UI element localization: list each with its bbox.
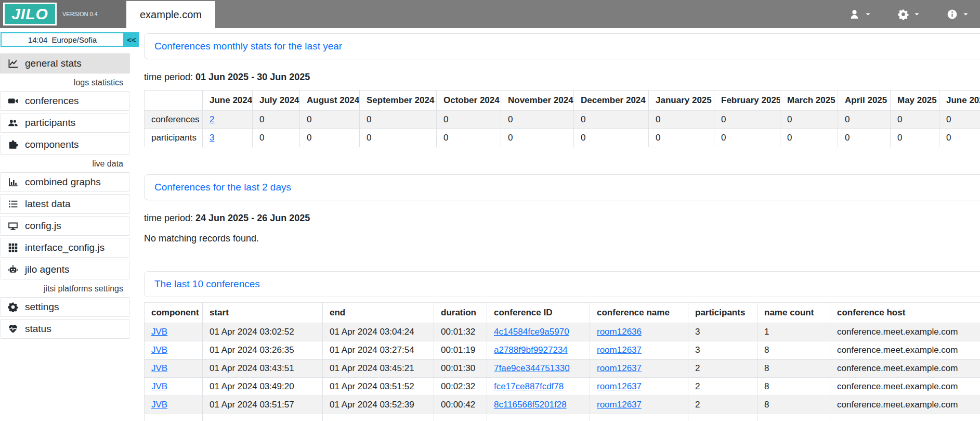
sidebar-item-label: conferences	[25, 95, 79, 107]
last10-cell: JVB	[145, 341, 203, 360]
monthly-cell: 0	[939, 111, 980, 129]
monthly-col-header: January 2025	[649, 91, 714, 111]
gear-menu[interactable]	[898, 9, 920, 20]
page-layout: 14:04 Europe/Sofia << general statslogs …	[0, 28, 980, 421]
monitor-icon	[8, 221, 18, 231]
component-link[interactable]: JVB	[151, 345, 167, 355]
conference-id-link[interactable]: a2788f9bf9927234	[494, 345, 568, 355]
platform-tab[interactable]: example.com	[126, 1, 215, 28]
last10-cell: 4c14584fce9a5970	[487, 323, 590, 341]
sidebar-collapse-button[interactable]: <<	[124, 32, 139, 47]
monthly-cell: 3	[203, 129, 253, 147]
grid-icon	[8, 243, 18, 253]
last10-title: The last 10 conferences	[154, 278, 260, 289]
brand-block: JILO VERSION 0.4	[0, 0, 126, 28]
monthly-stats-table: June 2024July 2024August 2024September 2…	[144, 90, 980, 147]
monthly-cell: 0	[300, 129, 360, 147]
heart-pulse-icon	[8, 324, 18, 334]
monthly-cell: 0	[574, 111, 649, 129]
monthly-cell: 0	[714, 129, 780, 147]
last10-cell: 01 Apr 2024 03:43:51	[203, 360, 323, 378]
last10-col-header-duration: duration	[434, 303, 487, 323]
jilo-logo[interactable]: JILO	[3, 3, 57, 25]
monthly-cell: 0	[437, 111, 501, 129]
clock-bar: 14:04 Europe/Sofia <<	[1, 32, 139, 47]
last10-cell: 8	[757, 378, 830, 396]
sidebar-item-interface-config-js[interactable]: interface_config.js	[1, 238, 129, 258]
user-menu[interactable]	[849, 9, 871, 20]
component-link[interactable]: JVB	[151, 400, 167, 410]
last10-cell: room12637	[590, 378, 688, 396]
conference-name-link[interactable]: room12637	[597, 400, 642, 410]
last10-row-clipped	[145, 414, 980, 421]
monthly-cell: 0	[649, 111, 714, 129]
sidebar-item-settings[interactable]: settings	[1, 297, 129, 317]
sidebar-item-jilo-agents[interactable]: jilo agents	[1, 260, 129, 279]
clock-timezone: Europe/Sofia	[51, 35, 97, 44]
sidebar-item-participants[interactable]: participants	[1, 113, 129, 133]
conference-id-link[interactable]: 4c14584fce9a5970	[494, 327, 569, 337]
monthly-cell: 0	[360, 111, 437, 129]
last10-cell: 01 Apr 2024 03:49:20	[203, 378, 323, 396]
robot-icon	[8, 264, 18, 275]
last10-cell	[757, 414, 830, 421]
monthly-time-period-value: 01 Jun 2025 - 30 Jun 2025	[195, 72, 310, 82]
monthly-cell: 0	[939, 129, 980, 147]
last10-cell: fce17ce887fcdf78	[487, 378, 590, 396]
component-link[interactable]: JVB	[151, 327, 167, 337]
sidebar-section-label-jitsi-platforms-settings: jitsi platforms settings	[0, 282, 129, 297]
last10-cell: room12637	[590, 396, 688, 414]
monthly-cell: 0	[891, 129, 939, 147]
top-menu-icons	[849, 0, 969, 28]
last10-cell: 01 Apr 2024 03:45:21	[323, 360, 434, 378]
chevron-down-icon	[963, 11, 969, 17]
last2days-time-period: time period: 24 Jun 2025 - 26 Jun 2025	[144, 213, 980, 224]
last10-cell	[145, 414, 203, 421]
people-icon	[8, 118, 18, 128]
sidebar-item-config-js[interactable]: config.js	[1, 216, 129, 236]
sidebar-item-conferences[interactable]: conferences	[1, 91, 129, 111]
component-link[interactable]: JVB	[151, 363, 167, 373]
monthly-col-header: March 2025	[780, 91, 838, 111]
last10-row: JVB01 Apr 2024 03:51:5701 Apr 2024 03:52…	[145, 396, 980, 414]
monthly-row-label: conferences	[145, 111, 203, 129]
info-menu[interactable]	[947, 9, 969, 20]
monthly-value-link[interactable]: 2	[210, 114, 214, 124]
sidebar-group: combined graphslatest dataconfig.jsinter…	[0, 172, 140, 279]
last10-cell: 3	[688, 341, 757, 360]
conference-name-link[interactable]: room12637	[597, 363, 642, 373]
conference-name-link[interactable]: room12636	[597, 327, 642, 337]
last10-cell	[434, 414, 487, 421]
sidebar-item-label: combined graphs	[25, 176, 101, 188]
monthly-col-header: June 2024	[203, 91, 253, 111]
sidebar-item-status[interactable]: status	[1, 319, 129, 339]
conference-id-link[interactable]: 7fae9ce344751330	[494, 363, 570, 373]
monthly-cell: 0	[838, 129, 891, 147]
last10-cell: 8c116568f5201f28	[487, 396, 590, 414]
last2days-time-period-value: 24 Jun 2025 - 26 Jun 2025	[195, 213, 310, 223]
sidebar-item-label: participants	[25, 117, 75, 129]
component-link[interactable]: JVB	[151, 381, 167, 391]
monthly-value-link[interactable]: 3	[210, 133, 214, 143]
caret-icon	[865, 11, 871, 17]
last10-cell: conference.meet.example.com	[830, 323, 980, 341]
conference-name-link[interactable]: room12637	[597, 345, 642, 355]
last10-row: JVB01 Apr 2024 03:49:2001 Apr 2024 03:51…	[145, 378, 980, 396]
conference-id-link[interactable]: 8c116568f5201f28	[494, 400, 567, 410]
list-icon	[8, 199, 18, 209]
last10-cell: 8	[757, 360, 830, 378]
sidebar-item-combined-graphs[interactable]: combined graphs	[1, 172, 129, 192]
sidebar-group: conferencesparticipantscomponents	[0, 91, 140, 155]
monthly-cell: 0	[780, 111, 838, 129]
last10-cell: 01 Apr 2024 03:04:24	[323, 323, 434, 341]
last10-cell: 2	[688, 360, 757, 378]
conference-id-link[interactable]: fce17ce887fcdf78	[494, 381, 564, 391]
last10-cell: conference.meet.example.com	[830, 341, 980, 360]
conference-name-link[interactable]: room12637	[597, 381, 642, 391]
monthly-time-period: time period: 01 Jun 2025 - 30 Jun 2025	[144, 72, 980, 83]
monthly-cell: 0	[360, 129, 437, 147]
sidebar-item-components[interactable]: components	[1, 135, 129, 155]
last10-cell: 8	[757, 396, 830, 414]
sidebar-item-general-stats[interactable]: general stats	[1, 54, 129, 73]
sidebar-item-latest-data[interactable]: latest data	[1, 194, 129, 214]
